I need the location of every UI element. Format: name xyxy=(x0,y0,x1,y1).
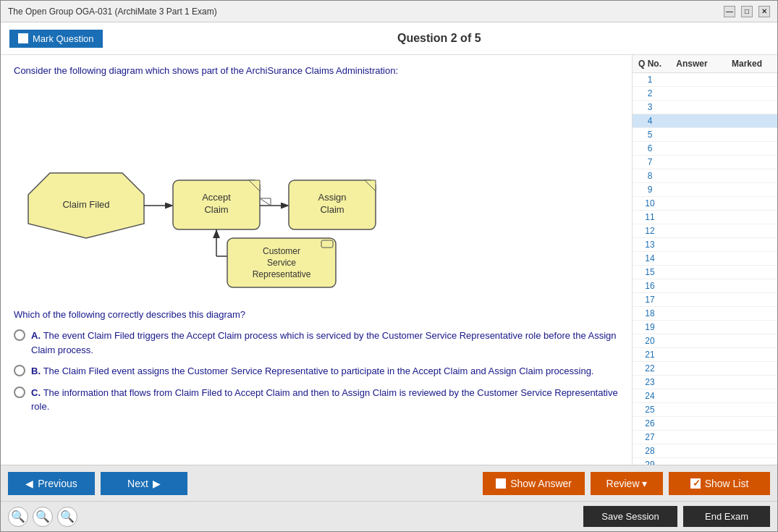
list-row[interactable]: 25 xyxy=(633,403,777,417)
minimize-button[interactable]: — xyxy=(724,6,735,17)
main-area: Consider the following diagram which sho… xyxy=(1,55,777,465)
list-header: Q No. Answer Marked xyxy=(633,55,777,73)
diagram-container: Claim Filed Accept Claim xyxy=(14,86,619,296)
answer-letter-a: A. xyxy=(31,330,43,341)
answer-options: A. The event Claim Filed triggers the Ac… xyxy=(14,329,619,414)
review-button[interactable]: Review ▾ xyxy=(591,472,663,495)
list-row[interactable]: 26 xyxy=(633,417,777,431)
end-exam-button[interactable]: End Exam xyxy=(683,506,770,527)
content-area: Mark Question Question 2 of 5 Consider t… xyxy=(1,22,777,531)
q-num: 29 xyxy=(635,460,664,465)
header-qno: Q No. xyxy=(635,59,664,69)
list-row[interactable]: 4 xyxy=(633,114,777,128)
window-title: The Open Group OGA-031 (ArchiMate 3 Part… xyxy=(8,7,217,17)
end-exam-label: End Exam xyxy=(705,511,748,522)
list-row[interactable]: 13 xyxy=(633,238,777,252)
answer-option-b: B. The Claim Filed event assigns the Cus… xyxy=(14,364,619,379)
list-row[interactable]: 12 xyxy=(633,224,777,238)
window-controls: — □ ✕ xyxy=(724,6,770,17)
q-num: 19 xyxy=(635,322,664,332)
question-intro: Consider the following diagram which sho… xyxy=(14,65,619,76)
show-answer-label: Show Answer xyxy=(510,478,572,489)
show-list-label: Show List xyxy=(705,478,749,489)
show-list-button[interactable]: Show List xyxy=(669,472,770,495)
list-row[interactable]: 23 xyxy=(633,376,777,389)
q-num: 28 xyxy=(635,446,664,456)
list-row[interactable]: 20 xyxy=(633,334,777,348)
show-answer-icon xyxy=(496,478,506,489)
list-row[interactable]: 17 xyxy=(633,293,777,307)
answer-text-a: A. The event Claim Filed triggers the Ac… xyxy=(31,329,619,357)
show-list-icon xyxy=(690,478,701,489)
list-row[interactable]: 9 xyxy=(633,183,777,197)
svg-text:Representative: Representative xyxy=(253,269,311,279)
q-num: 24 xyxy=(635,391,664,401)
session-controls: Save Session End Exam xyxy=(583,506,770,527)
svg-text:Claim Filed: Claim Filed xyxy=(62,199,109,210)
list-row[interactable]: 14 xyxy=(633,252,777,266)
svg-text:Claim: Claim xyxy=(320,204,344,215)
maximize-button[interactable]: □ xyxy=(741,6,753,17)
diagram-svg: Claim Filed Accept Claim xyxy=(14,86,390,289)
list-body[interactable]: 1234567891011121314151617181920212223242… xyxy=(633,73,777,465)
list-row[interactable]: 29 xyxy=(633,458,777,465)
list-row[interactable]: 22 xyxy=(633,362,777,376)
radio-a[interactable] xyxy=(14,329,25,341)
list-row[interactable]: 19 xyxy=(633,321,777,334)
q-num: 8 xyxy=(635,171,664,181)
previous-button[interactable]: ◀ Previous xyxy=(8,472,95,495)
zoom-reset-icon: 🔍 xyxy=(35,510,50,523)
list-row[interactable]: 8 xyxy=(633,169,777,183)
list-row[interactable]: 3 xyxy=(633,101,777,114)
mark-question-label: Mark Question xyxy=(33,33,94,44)
next-button[interactable]: Next ▶ xyxy=(101,472,187,495)
q-num: 18 xyxy=(635,308,664,318)
list-row[interactable]: 5 xyxy=(633,128,777,142)
radio-b[interactable] xyxy=(14,365,25,376)
save-session-button[interactable]: Save Session xyxy=(583,506,677,527)
radio-c[interactable] xyxy=(14,387,25,398)
list-row[interactable]: 6 xyxy=(633,142,777,156)
q-num: 11 xyxy=(635,212,664,222)
list-row[interactable]: 16 xyxy=(633,279,777,293)
q-num: 20 xyxy=(635,336,664,346)
header-marked: Marked xyxy=(719,59,774,69)
zoom-in-button[interactable]: 🔍 xyxy=(8,507,28,527)
list-row[interactable]: 2 xyxy=(633,87,777,101)
list-row[interactable]: 11 xyxy=(633,211,777,224)
list-row[interactable]: 28 xyxy=(633,444,777,458)
zoom-controls: 🔍 🔍 🔍 xyxy=(8,507,77,527)
answer-text-b: B. The Claim Filed event assigns the Cus… xyxy=(31,364,593,379)
zoom-reset-button[interactable]: 🔍 xyxy=(33,507,53,527)
close-button[interactable]: ✕ xyxy=(758,6,770,17)
header-answer: Answer xyxy=(664,59,719,69)
q-num: 16 xyxy=(635,281,664,291)
list-row[interactable]: 27 xyxy=(633,431,777,444)
q-num: 27 xyxy=(635,432,664,442)
list-row[interactable]: 18 xyxy=(633,307,777,321)
svg-text:Assign: Assign xyxy=(318,192,346,203)
left-arrow-icon: ◀ xyxy=(25,478,33,489)
zoom-out-icon: 🔍 xyxy=(60,510,75,523)
svg-marker-9 xyxy=(260,198,271,206)
zoom-out-button[interactable]: 🔍 xyxy=(57,507,77,527)
list-row[interactable]: 1 xyxy=(633,73,777,87)
list-row[interactable]: 21 xyxy=(633,348,777,362)
list-row[interactable]: 7 xyxy=(633,156,777,169)
list-row[interactable]: 15 xyxy=(633,266,777,279)
previous-label: Previous xyxy=(38,478,77,489)
title-bar: The Open Group OGA-031 (ArchiMate 3 Part… xyxy=(1,1,777,22)
mark-question-button[interactable]: Mark Question xyxy=(9,30,103,48)
q-num: 6 xyxy=(635,143,664,153)
review-label: Review xyxy=(606,478,640,489)
list-row[interactable]: 10 xyxy=(633,197,777,211)
q-num: 9 xyxy=(635,185,664,195)
show-answer-button[interactable]: Show Answer xyxy=(483,472,585,495)
app-window: The Open Group OGA-031 (ArchiMate 3 Part… xyxy=(0,0,778,532)
q-num: 22 xyxy=(635,363,664,373)
list-row[interactable]: 24 xyxy=(633,389,777,403)
q-num: 26 xyxy=(635,418,664,428)
zoom-in-icon: 🔍 xyxy=(11,510,25,523)
save-session-label: Save Session xyxy=(601,511,659,522)
q-num: 3 xyxy=(635,102,664,112)
